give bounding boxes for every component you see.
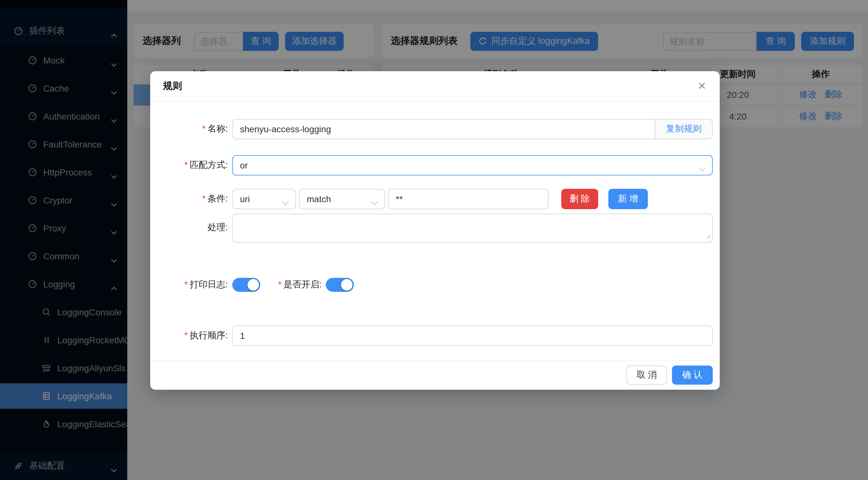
condition-label: *条件: [150,193,228,205]
rule-name-field[interactable] [232,119,655,139]
condition-operator-value: match [307,194,331,204]
modal-header: 规则 × [150,71,720,102]
match-mode-row: *匹配方式: or [150,155,713,175]
required-mark: * [202,193,206,203]
required-mark: * [184,160,188,170]
handle-label: 处理: [150,222,228,233]
condition-param-value: uri [240,194,250,204]
copy-rule-button[interactable]: 复制规则 [655,119,713,139]
toggle-knob [341,279,353,290]
close-icon[interactable]: × [693,77,711,95]
condition-operator-select[interactable]: match [299,189,385,209]
required-mark: * [278,279,282,289]
name-label: *名称: [150,123,228,135]
shenyu-admin-app: 插件列表 Mock Cache Authentication [0,0,868,480]
chevron-down-icon [282,197,289,207]
confirm-button[interactable]: 确 认 [672,366,713,385]
condition-param-select[interactable]: uri [232,189,296,209]
resize-grip-icon[interactable] [706,231,711,241]
cancel-button[interactable]: 取 消 [626,366,667,385]
name-input-group: 复制规则 [232,119,713,139]
required-mark: * [184,279,188,289]
condition-delete-button[interactable]: 删 除 [561,189,598,209]
order-label: *执行顺序: [150,330,228,341]
toggle-knob [248,279,259,290]
condition-value-input[interactable] [388,189,549,209]
enabled-label: *是否开启: [278,279,322,290]
rule-modal: 规则 × *名称: 复制规则 *匹配方式: or *条件: [150,71,720,390]
toggles-row: *打印日志: *是否开启: [150,278,354,292]
modal-footer: 取 消 确 认 [150,360,720,390]
chevron-down-icon [371,197,378,207]
condition-row: *条件: uri match 删 除 新 增 [150,189,648,209]
handle-row: 处理: [150,214,713,243]
condition-add-button[interactable]: 新 增 [608,189,648,209]
handle-textarea[interactable] [232,214,713,243]
match-mode-value: or [240,160,248,170]
match-mode-select[interactable]: or [232,155,713,175]
execution-order-input[interactable] [232,325,713,346]
enabled-toggle[interactable] [326,278,354,292]
modal-title: 规则 [163,80,182,92]
required-mark: * [202,123,206,134]
match-mode-label: *匹配方式: [150,160,228,171]
chevron-down-icon [699,163,706,174]
print-log-toggle[interactable] [232,278,260,292]
order-row: *执行顺序: [150,325,713,346]
print-log-label: *打印日志: [150,279,228,290]
name-field-row: *名称: 复制规则 [150,119,713,139]
required-mark: * [184,330,188,340]
